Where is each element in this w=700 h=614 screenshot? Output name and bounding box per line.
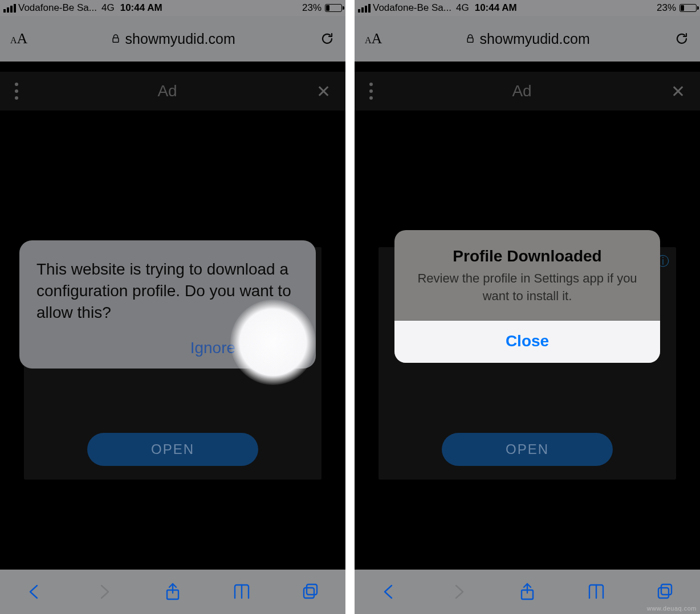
- signal-icon: [3, 4, 16, 13]
- lock-icon: [112, 34, 120, 44]
- alert-body: Review the profile in Settings app if yo…: [394, 270, 660, 320]
- reload-icon[interactable]: [674, 31, 690, 47]
- alert-message: This website is trying to download a con…: [36, 259, 299, 323]
- screenshot-left: Vodafone-Be Sa... 4G 10:44 AM 23% AA sho…: [0, 0, 345, 614]
- battery-icon: [679, 4, 697, 12]
- address-bar[interactable]: AA showmyudid.com: [355, 16, 700, 62]
- ad-open-button[interactable]: OPEN: [442, 433, 613, 466]
- ignore-button[interactable]: Ignore: [190, 339, 235, 357]
- lock-icon: [466, 34, 474, 44]
- svg-rect-3: [304, 588, 314, 598]
- bookmarks-icon[interactable]: [232, 582, 251, 601]
- battery-percent: 23%: [657, 2, 676, 14]
- svg-rect-2: [307, 584, 317, 595]
- bookmarks-icon[interactable]: [587, 582, 606, 601]
- svg-rect-6: [661, 584, 671, 595]
- status-bar: Vodafone-Be Sa... 4G 10:44 AM 23%: [0, 0, 345, 16]
- ad-label: Ad: [373, 82, 671, 100]
- svg-rect-4: [467, 38, 473, 43]
- status-bar: Vodafone-Be Sa... 4G 10:44 AM 23%: [355, 0, 700, 16]
- reload-icon[interactable]: [319, 31, 335, 47]
- svg-rect-7: [658, 588, 669, 598]
- network-label: 4G: [456, 2, 469, 14]
- battery-percent: 23%: [302, 2, 321, 14]
- ad-header: Ad ✕: [355, 72, 700, 110]
- battery-icon: [325, 4, 342, 12]
- close-icon[interactable]: ✕: [316, 81, 331, 101]
- address-bar[interactable]: AA showmyudid.com: [0, 16, 345, 62]
- tabs-icon[interactable]: [301, 582, 320, 601]
- screenshot-right: Vodafone-Be Sa... 4G 10:44 AM 23% AA sho…: [355, 0, 700, 614]
- clock-label: 10:44 AM: [120, 2, 162, 14]
- forward-icon: [449, 582, 468, 601]
- back-icon[interactable]: [25, 582, 44, 601]
- close-button[interactable]: Close: [394, 320, 660, 363]
- back-icon[interactable]: [380, 582, 399, 601]
- tabs-icon[interactable]: [656, 582, 675, 601]
- url-text: showmyudid.com: [480, 31, 590, 47]
- carrier-label: Vodafone-Be Sa...: [18, 2, 97, 14]
- share-icon[interactable]: [163, 582, 182, 601]
- share-icon[interactable]: [518, 582, 537, 601]
- watermark: www.deuaq.com: [647, 605, 697, 612]
- profile-downloaded-alert: Profile Downloaded Review the profile in…: [394, 230, 660, 363]
- ad-header: Ad ✕: [0, 72, 345, 110]
- url-text: showmyudid.com: [125, 31, 235, 47]
- close-icon[interactable]: ✕: [671, 81, 685, 101]
- clock-label: 10:44 AM: [475, 2, 517, 14]
- ad-open-button[interactable]: OPEN: [87, 433, 258, 466]
- svg-rect-0: [113, 38, 119, 43]
- allow-button[interactable]: Allow: [261, 339, 299, 357]
- download-profile-alert: This website is trying to download a con…: [19, 240, 316, 369]
- text-size-button[interactable]: AA: [365, 30, 382, 47]
- carrier-label: Vodafone-Be Sa...: [373, 2, 451, 14]
- safari-toolbar: [0, 570, 345, 614]
- signal-icon: [358, 4, 371, 13]
- ad-label: Ad: [18, 82, 316, 100]
- forward-icon: [94, 582, 113, 601]
- text-size-button[interactable]: AA: [10, 30, 27, 47]
- alert-title: Profile Downloaded: [394, 230, 660, 270]
- network-label: 4G: [101, 2, 115, 14]
